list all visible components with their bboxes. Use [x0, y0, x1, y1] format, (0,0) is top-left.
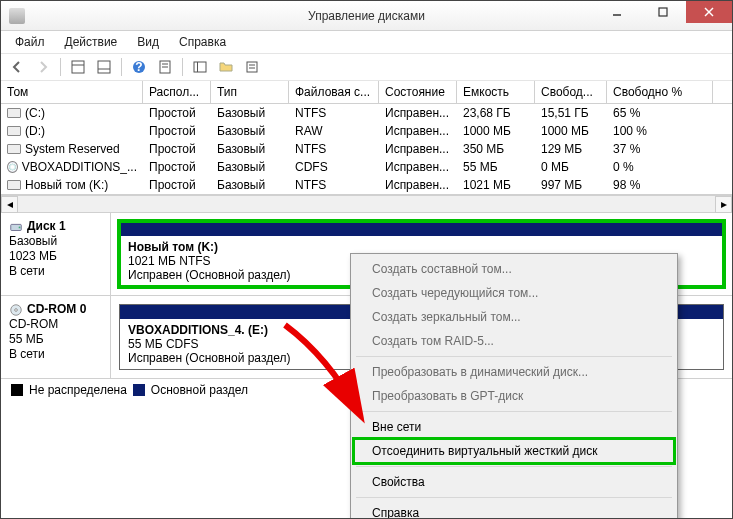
- refresh-button[interactable]: [188, 56, 212, 78]
- disc-icon: [7, 161, 18, 173]
- folder-button[interactable]: [214, 56, 238, 78]
- volume-status: Исправен...: [379, 158, 457, 176]
- col-status[interactable]: Состояние: [379, 81, 457, 103]
- scroll-right-button[interactable]: ▸: [715, 196, 732, 213]
- disk-header: CD-ROM 0: [27, 302, 86, 317]
- volume-type: Базовый: [211, 158, 289, 176]
- disk-info[interactable]: Диск 1 Базовый 1023 МБ В сети: [1, 213, 111, 295]
- volume-capacity: 1000 МБ: [457, 122, 535, 140]
- volume-list-hscroll[interactable]: ◂ ▸: [1, 195, 732, 212]
- settings-button[interactable]: [240, 56, 264, 78]
- menu-view[interactable]: Вид: [127, 33, 169, 51]
- volume-status: Исправен...: [379, 140, 457, 158]
- drive-icon: [7, 126, 21, 136]
- volume-free: 15,51 ГБ: [535, 104, 607, 122]
- volume-type: Базовый: [211, 140, 289, 158]
- volume-freepct: 65 %: [607, 104, 713, 122]
- volume-freepct: 98 %: [607, 176, 713, 194]
- minimize-button[interactable]: [594, 1, 640, 23]
- svg-rect-14: [197, 62, 198, 72]
- toolbar: ?: [1, 53, 732, 81]
- volume-name: (C:): [25, 106, 45, 120]
- volume-capacity: 1021 МБ: [457, 176, 535, 194]
- menu-item[interactable]: Вне сети: [354, 415, 674, 439]
- disk-status: В сети: [9, 347, 102, 362]
- properties-button[interactable]: [153, 56, 177, 78]
- volume-fs: NTFS: [289, 140, 379, 158]
- svg-rect-1: [659, 8, 667, 16]
- table-row[interactable]: (C:)ПростойБазовыйNTFSИсправен...23,68 Г…: [1, 104, 732, 122]
- table-row[interactable]: (D:)ПростойБазовыйRAWИсправен...1000 МБ1…: [1, 122, 732, 140]
- volume-status: Исправен...: [379, 104, 457, 122]
- swatch-primary-icon: [133, 384, 145, 396]
- menu-item: Преобразовать в динамический диск...: [354, 360, 674, 384]
- svg-rect-15: [247, 62, 257, 72]
- col-type[interactable]: Тип: [211, 81, 289, 103]
- app-icon: [9, 8, 25, 24]
- drive-icon: [7, 144, 21, 154]
- volume-layout: Простой: [143, 104, 211, 122]
- col-layout[interactable]: Распол...: [143, 81, 211, 103]
- partition-volume: Новый том (K:): [128, 240, 715, 254]
- drive-icon: [9, 220, 23, 234]
- disk-size: 1023 МБ: [9, 249, 102, 264]
- scroll-left-button[interactable]: ◂: [1, 196, 18, 213]
- menu-file[interactable]: Файл: [5, 33, 55, 51]
- disk-kind: Базовый: [9, 234, 102, 249]
- back-button[interactable]: [5, 56, 29, 78]
- volume-status: Исправен...: [379, 122, 457, 140]
- disk-status: В сети: [9, 264, 102, 279]
- col-volume[interactable]: Том: [1, 81, 143, 103]
- volume-list-header: Том Распол... Тип Файловая с... Состояни…: [1, 81, 732, 104]
- disk-kind: CD-ROM: [9, 317, 102, 332]
- volume-capacity: 23,68 ГБ: [457, 104, 535, 122]
- partition-bar: [120, 222, 723, 236]
- volume-free: 1000 МБ: [535, 122, 607, 140]
- menu-item[interactable]: Справка: [354, 501, 674, 519]
- menu-item[interactable]: Отсоединить виртуальный жесткий диск: [354, 439, 674, 463]
- volume-capacity: 55 МБ: [457, 158, 535, 176]
- maximize-button[interactable]: [640, 1, 686, 23]
- table-row[interactable]: Новый том (K:)ПростойБазовыйNTFSИсправен…: [1, 176, 732, 194]
- disk-header: Диск 1: [27, 219, 66, 234]
- menu-separator: [356, 497, 672, 498]
- volume-free: 997 МБ: [535, 176, 607, 194]
- menu-help[interactable]: Справка: [169, 33, 236, 51]
- col-fs[interactable]: Файловая с...: [289, 81, 379, 103]
- volume-freepct: 100 %: [607, 122, 713, 140]
- help-button[interactable]: ?: [127, 56, 151, 78]
- volume-capacity: 350 МБ: [457, 140, 535, 158]
- menu-action[interactable]: Действие: [55, 33, 128, 51]
- close-button[interactable]: [686, 1, 732, 23]
- volume-name: System Reserved: [25, 142, 120, 156]
- volume-name: VBOXADDITIONS_...: [22, 160, 137, 174]
- menu-item: Преобразовать в GPT-диск: [354, 384, 674, 408]
- volume-freepct: 0 %: [607, 158, 713, 176]
- disc-icon: [9, 303, 23, 317]
- volume-layout: Простой: [143, 140, 211, 158]
- col-freepct[interactable]: Свободно %: [607, 81, 713, 103]
- view-bottom-button[interactable]: [92, 56, 116, 78]
- svg-point-19: [19, 226, 21, 228]
- table-row[interactable]: System ReservedПростойБазовыйNTFSИсправе…: [1, 140, 732, 158]
- col-free[interactable]: Свобод...: [535, 81, 607, 103]
- forward-button[interactable]: [31, 56, 55, 78]
- volume-list: Том Распол... Тип Файловая с... Состояни…: [1, 81, 732, 195]
- menu-item[interactable]: Свойства: [354, 470, 674, 494]
- drive-icon: [7, 108, 21, 118]
- volume-free: 0 МБ: [535, 158, 607, 176]
- table-row[interactable]: VBOXADDITIONS_...ПростойБазовыйCDFSИспра…: [1, 158, 732, 176]
- disk-info[interactable]: CD-ROM 0 CD-ROM 55 МБ В сети: [1, 296, 111, 378]
- drive-icon: [7, 180, 21, 190]
- menu-item: Создать чередующийся том...: [354, 281, 674, 305]
- volume-fs: RAW: [289, 122, 379, 140]
- col-capacity[interactable]: Емкость: [457, 81, 535, 103]
- view-top-button[interactable]: [66, 56, 90, 78]
- svg-rect-4: [72, 61, 84, 73]
- volume-type: Базовый: [211, 176, 289, 194]
- volume-fs: NTFS: [289, 176, 379, 194]
- menu-separator: [356, 411, 672, 412]
- volume-layout: Простой: [143, 158, 211, 176]
- legend-primary: Основной раздел: [151, 383, 248, 397]
- menubar: Файл Действие Вид Справка: [1, 31, 732, 53]
